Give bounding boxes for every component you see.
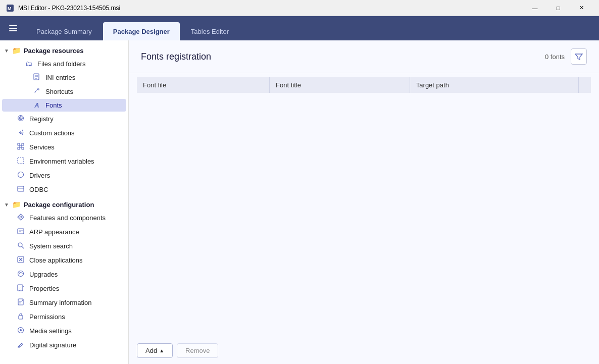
permissions-icon	[16, 313, 25, 321]
svg-point-31	[18, 271, 24, 277]
group-package-resources-label: Package resources	[24, 47, 84, 55]
col-target-path: Target path	[410, 77, 578, 93]
close-button[interactable]: ✕	[570, 0, 593, 16]
summary-icon	[16, 298, 25, 307]
svg-rect-13	[18, 143, 20, 145]
collapse-icon-2: ▼	[4, 202, 9, 207]
svg-rect-14	[22, 143, 24, 145]
svg-text:M: M	[8, 6, 12, 11]
group-package-configuration-label: Package configuration	[24, 201, 94, 209]
filter-button[interactable]	[571, 48, 587, 65]
group-package-resources[interactable]: ▼ 📁 Package resources	[0, 44, 128, 57]
content-header: Fonts registration 0 fonts	[129, 40, 599, 73]
font-count-badge: 0 fonts	[545, 53, 565, 61]
group-package-configuration[interactable]: ▼ 📁 Package configuration	[0, 198, 128, 211]
sidebar-item-environment-variables[interactable]: Environment variables	[2, 154, 126, 168]
sidebar-item-drivers[interactable]: Drivers	[2, 169, 126, 182]
custom-actions-icon	[16, 129, 25, 137]
svg-rect-3	[9, 28, 17, 29]
folder-icon-2: 📁	[12, 200, 21, 209]
page-title: Fonts registration	[141, 51, 545, 62]
shortcuts-icon	[32, 87, 41, 96]
services-icon	[16, 143, 25, 151]
env-vars-icon	[16, 157, 25, 166]
svg-rect-17	[20, 145, 22, 147]
media-icon	[16, 327, 25, 335]
col-extra	[579, 77, 591, 93]
add-label: Add	[145, 347, 157, 354]
svg-rect-23	[18, 229, 24, 234]
window-title: MSI Editor - PKG-230213-154505.msi	[18, 5, 523, 12]
app-icon: M	[6, 4, 14, 12]
svg-rect-2	[9, 25, 17, 26]
fonts-table-container: Font file Font title Target path	[129, 73, 599, 337]
table-header-row: Font file Font title Target path	[137, 77, 591, 93]
features-icon	[16, 214, 25, 222]
collapse-icon: ▼	[4, 48, 9, 54]
minimize-button[interactable]: —	[523, 0, 546, 16]
col-font-title: Font title	[270, 77, 410, 93]
tab-tables-editor[interactable]: Tables Editor	[181, 22, 239, 40]
sidebar-item-arp-appearance[interactable]: ARP appearance	[2, 225, 126, 239]
content-area: Fonts registration 0 fonts Font file Fon…	[129, 40, 599, 364]
properties-icon	[16, 284, 25, 293]
arp-icon	[16, 228, 25, 236]
svg-rect-15	[18, 147, 20, 149]
top-tabs: Package Summary Package Designer Tables …	[26, 16, 240, 40]
hamburger-menu[interactable]	[4, 19, 22, 37]
chevron-up-icon: ▲	[159, 348, 164, 353]
fonts-icon: A	[32, 101, 41, 109]
remove-button[interactable]: Remove	[177, 343, 218, 358]
odbc-icon	[16, 185, 25, 194]
sidebar-item-permissions[interactable]: Permissions	[2, 310, 126, 324]
sidebar-item-odbc[interactable]: ODBC	[2, 183, 126, 196]
svg-rect-33	[18, 299, 23, 305]
digital-sig-icon	[16, 341, 25, 349]
files-icon: 🗂	[24, 60, 33, 68]
svg-rect-36	[19, 316, 23, 319]
title-bar: M MSI Editor - PKG-230213-154505.msi — □…	[0, 0, 599, 16]
sidebar-item-shortcuts[interactable]: Shortcuts	[2, 85, 126, 98]
sidebar-item-system-search[interactable]: System search	[2, 239, 126, 253]
sidebar-item-files-folders[interactable]: 🗂 Files and folders	[2, 57, 126, 70]
main-layout: ▼ 📁 Package resources 🗂 Files and folder…	[0, 40, 599, 364]
tab-package-summary[interactable]: Package Summary	[26, 22, 102, 40]
svg-rect-20	[18, 186, 24, 191]
remove-label: Remove	[185, 347, 210, 354]
sidebar-item-fonts[interactable]: A Fonts	[2, 99, 126, 112]
sidebar-item-summary-information[interactable]: Summary information	[2, 296, 126, 309]
svg-rect-16	[22, 147, 24, 149]
search-icon	[16, 242, 25, 250]
sidebar-item-custom-actions[interactable]: Custom actions	[2, 126, 126, 140]
sidebar-item-upgrades[interactable]: Upgrades	[2, 268, 126, 281]
sidebar-item-properties[interactable]: Properties	[2, 282, 126, 295]
svg-point-38	[20, 329, 22, 331]
svg-point-26	[18, 243, 22, 247]
sidebar-item-ini-entries[interactable]: INI entries	[2, 71, 126, 84]
sidebar-item-media-settings[interactable]: Media settings	[2, 324, 126, 338]
sidebar-item-features-components[interactable]: Features and components	[2, 211, 126, 225]
close-apps-icon	[16, 256, 25, 265]
upgrades-icon	[16, 270, 25, 279]
sidebar: ▼ 📁 Package resources 🗂 Files and folder…	[0, 40, 129, 364]
add-button[interactable]: Add ▲	[137, 343, 173, 358]
window-controls: — □ ✕	[523, 0, 593, 16]
drivers-icon	[16, 171, 25, 180]
sidebar-item-digital-signature[interactable]: Digital signature	[2, 338, 126, 352]
svg-line-27	[22, 246, 24, 248]
svg-rect-4	[9, 30, 17, 31]
ini-icon	[32, 73, 41, 82]
maximize-button[interactable]: □	[546, 0, 570, 16]
svg-rect-18	[18, 158, 24, 164]
svg-point-19	[18, 172, 24, 178]
sidebar-item-registry[interactable]: Registry	[2, 112, 126, 126]
fonts-table: Font file Font title Target path	[137, 77, 591, 93]
svg-rect-32	[18, 285, 23, 291]
sidebar-item-services[interactable]: Services	[2, 140, 126, 154]
col-font-file: Font file	[137, 77, 270, 93]
registry-icon	[16, 115, 25, 123]
folder-icon: 📁	[12, 46, 21, 55]
tab-package-designer[interactable]: Package Designer	[103, 22, 180, 40]
menu-bar: Package Summary Package Designer Tables …	[0, 16, 599, 40]
sidebar-item-close-applications[interactable]: Close applications	[2, 253, 126, 267]
